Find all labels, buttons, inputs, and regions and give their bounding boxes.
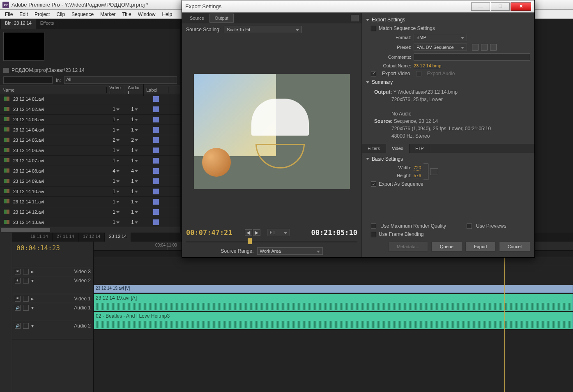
file-audio-usage[interactable]: 1 bbox=[125, 158, 144, 164]
file-video-usage[interactable]: 1 bbox=[107, 199, 125, 205]
file-audio-usage[interactable]: 1 bbox=[125, 209, 144, 215]
seq-tab-1[interactable]: 27 11 14 bbox=[53, 233, 79, 242]
eye-icon[interactable]: 👁 bbox=[15, 269, 21, 274]
tab-bin[interactable]: Bin: 23 12 14 bbox=[1, 19, 36, 29]
file-label[interactable] bbox=[144, 148, 168, 153]
format-dropdown[interactable]: BMP bbox=[414, 34, 467, 41]
file-video-usage[interactable]: 1 bbox=[107, 178, 125, 184]
file-label[interactable] bbox=[144, 168, 168, 174]
speaker-icon[interactable]: 🔊 bbox=[15, 323, 21, 329]
save-preset-icon[interactable] bbox=[472, 44, 479, 51]
file-list[interactable]: 23 12 14 01.avi23 12 14 02.avi1123 12 14… bbox=[0, 94, 180, 227]
lock-icon[interactable] bbox=[23, 305, 29, 311]
file-label[interactable] bbox=[144, 178, 168, 184]
export-video-checkbox[interactable] bbox=[371, 71, 376, 76]
file-row[interactable]: 23 12 14 11.avi11 bbox=[0, 197, 180, 207]
lock-icon[interactable] bbox=[23, 296, 29, 302]
tab-ftp[interactable]: FTP bbox=[410, 144, 430, 153]
file-audio-usage[interactable]: 4 bbox=[125, 168, 144, 174]
track-head-v1[interactable]: 👁 ▸ Video 1 bbox=[12, 294, 93, 303]
chain-icon[interactable] bbox=[430, 168, 438, 175]
file-row[interactable]: 23 12 14 05.avi22 bbox=[0, 135, 180, 145]
file-row[interactable]: 23 12 14 09.avi11 bbox=[0, 176, 180, 187]
preset-dropdown[interactable]: PAL DV Sequence bbox=[414, 44, 467, 51]
track-v2[interactable] bbox=[94, 266, 573, 284]
file-label[interactable] bbox=[144, 199, 168, 205]
file-label[interactable] bbox=[144, 189, 168, 194]
seq-tab-0[interactable]: 19 11 14 bbox=[26, 233, 53, 242]
import-preset-icon[interactable] bbox=[481, 44, 488, 51]
preview-scrubber[interactable] bbox=[186, 241, 357, 242]
queue-button[interactable]: Queue bbox=[431, 242, 462, 251]
basic-settings-header[interactable]: Basic Settings bbox=[366, 154, 530, 164]
dialog-titlebar[interactable]: Export Settings — ☐ ✕ bbox=[182, 0, 534, 13]
panel-menu-icon[interactable] bbox=[351, 15, 359, 21]
file-label[interactable] bbox=[144, 117, 168, 122]
clip-a1[interactable]: 23 12 14 19.avi [A] bbox=[94, 294, 573, 311]
file-row[interactable]: 23 12 14 01.avi bbox=[0, 94, 180, 104]
playhead[interactable] bbox=[504, 242, 505, 392]
export-button[interactable]: Export bbox=[465, 242, 496, 251]
eye-icon[interactable]: 👁 bbox=[15, 296, 21, 302]
menu-marker[interactable]: Marker bbox=[97, 11, 119, 18]
search-input[interactable] bbox=[3, 76, 53, 84]
file-video-usage[interactable]: 1 bbox=[107, 158, 125, 164]
file-label[interactable] bbox=[144, 96, 168, 102]
file-video-usage[interactable]: 1 bbox=[107, 219, 125, 225]
file-video-usage[interactable]: 4 bbox=[107, 168, 125, 174]
scrubber-marker-icon[interactable] bbox=[248, 238, 252, 244]
file-row[interactable]: 23 12 14 03.avi11 bbox=[0, 115, 180, 125]
menu-title[interactable]: Title bbox=[119, 11, 134, 18]
file-audio-usage[interactable]: 1 bbox=[125, 199, 144, 205]
track-head-v2[interactable]: 👁 ▾ Video 2 bbox=[12, 276, 93, 294]
file-audio-usage[interactable]: 1 bbox=[125, 117, 144, 122]
close-button[interactable]: ✕ bbox=[511, 2, 531, 11]
file-row[interactable]: 23 12 14 08.avi44 bbox=[0, 166, 180, 176]
track-head-v3[interactable]: 👁 ▸ Video 3 bbox=[12, 267, 93, 276]
preview-timecode-in[interactable]: 00:07:47:21 bbox=[186, 228, 232, 237]
tab-filters[interactable]: Filters bbox=[362, 144, 386, 153]
file-audio-usage[interactable]: 1 bbox=[125, 127, 144, 133]
file-label[interactable] bbox=[144, 209, 168, 215]
header-label[interactable]: Label bbox=[144, 87, 168, 93]
tab-video[interactable]: Video bbox=[386, 144, 410, 153]
clip-v1[interactable]: 23 12 14 19.avi [V] bbox=[94, 285, 573, 293]
file-row[interactable]: 23 12 14 12.avi11 bbox=[0, 207, 180, 217]
file-row[interactable]: 23 12 14 10.avi11 bbox=[0, 187, 180, 197]
file-label[interactable] bbox=[144, 137, 168, 143]
max-render-quality-checkbox[interactable] bbox=[371, 224, 376, 229]
zoom-fit-dropdown[interactable]: Fit bbox=[267, 229, 290, 236]
file-label[interactable] bbox=[144, 219, 168, 225]
cancel-button[interactable]: Cancel bbox=[499, 242, 530, 251]
source-range-dropdown[interactable]: Work Area bbox=[257, 247, 323, 255]
file-video-usage[interactable]: 1 bbox=[107, 106, 125, 112]
tab-effects[interactable]: Effects bbox=[36, 19, 58, 29]
export-as-sequence-checkbox[interactable] bbox=[371, 181, 376, 187]
menu-edit[interactable]: Edit bbox=[16, 11, 31, 18]
export-settings-header[interactable]: Export Settings bbox=[366, 15, 530, 24]
file-label[interactable] bbox=[144, 127, 168, 133]
prev-frame-icon[interactable]: ◀ bbox=[245, 229, 252, 236]
track-a1[interactable]: 23 12 14 19.avi [A] bbox=[94, 293, 573, 311]
lock-icon[interactable] bbox=[23, 323, 29, 329]
maximize-button[interactable]: ☐ bbox=[491, 2, 510, 11]
filter-dropdown[interactable]: All bbox=[64, 76, 177, 84]
track-a2[interactable]: 02 - Beatles - And I Love Her.mp3 bbox=[94, 311, 573, 330]
file-audio-usage[interactable]: 1 bbox=[125, 106, 144, 112]
tool-column[interactable] bbox=[0, 233, 12, 392]
seq-tab-3[interactable]: 23 12 14 bbox=[105, 233, 131, 242]
file-row[interactable]: 23 12 14 07.avi11 bbox=[0, 156, 180, 166]
file-audio-usage[interactable]: 1 bbox=[125, 148, 144, 153]
summary-header[interactable]: Summary bbox=[366, 78, 530, 87]
menu-project[interactable]: Project bbox=[31, 11, 53, 18]
file-video-usage[interactable]: 1 bbox=[107, 148, 125, 153]
track-head-a1[interactable]: 🔊 ▾ Audio 1 bbox=[12, 303, 93, 321]
file-video-usage[interactable]: 1 bbox=[107, 127, 125, 133]
timeline-tracks[interactable]: 00:04:11:00 00:04:12:00 00:04:13:00 00:0… bbox=[94, 242, 573, 392]
file-video-usage[interactable]: 2 bbox=[107, 137, 125, 143]
file-audio-usage[interactable]: 2 bbox=[125, 137, 144, 143]
track-head-a2[interactable]: 🔊 ▾ Audio 2 bbox=[12, 321, 93, 339]
metadata-button[interactable]: Metadata... bbox=[388, 242, 428, 251]
h-scrollbar[interactable] bbox=[0, 227, 180, 233]
delete-preset-icon[interactable] bbox=[490, 44, 497, 51]
